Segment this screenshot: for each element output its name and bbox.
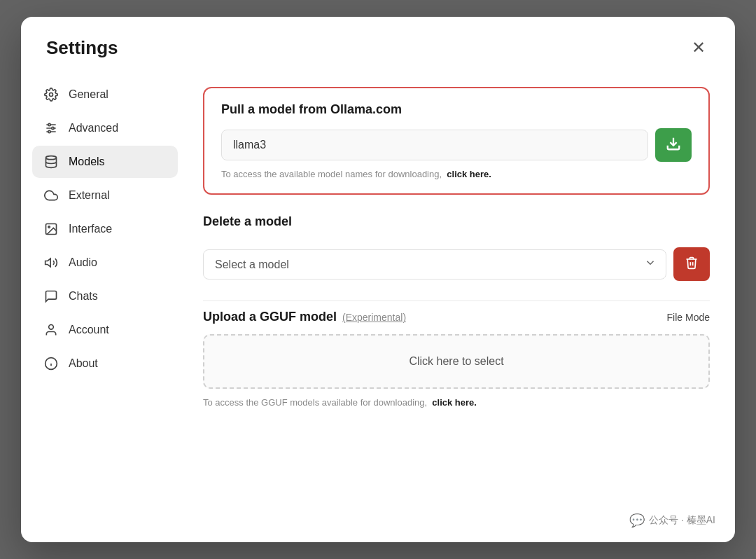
file-mode-button[interactable]: File Mode <box>667 312 710 323</box>
sidebar-item-models[interactable]: Models <box>32 146 178 178</box>
section-divider <box>203 301 710 301</box>
upload-gguf-hint-prefix: To access the GGUF models available for … <box>203 397 427 408</box>
download-icon <box>666 136 681 155</box>
gear-icon <box>43 87 59 102</box>
model-name-input[interactable] <box>221 130 648 160</box>
sidebar-item-account[interactable]: Account <box>32 314 178 346</box>
sidebar: General Advanced <box>21 73 189 542</box>
pull-model-title: Pull a model from Ollama.com <box>221 102 692 117</box>
modal-header: Settings ✕ <box>21 17 735 73</box>
close-icon: ✕ <box>692 38 706 57</box>
sidebar-item-interface-label: Interface <box>69 223 112 235</box>
model-select-wrapper: Select a model <box>203 249 666 280</box>
svg-point-0 <box>50 93 53 97</box>
settings-modal: Settings ✕ General <box>21 17 735 542</box>
pull-model-hint: To access the available model names for … <box>221 169 692 179</box>
sidebar-item-models-label: Models <box>69 156 105 168</box>
image-icon <box>43 221 59 237</box>
info-icon <box>43 356 59 371</box>
svg-point-5 <box>52 127 54 129</box>
sidebar-item-chats[interactable]: Chats <box>32 280 178 312</box>
person-icon <box>43 322 59 338</box>
watermark-text: 公众号 · 榛墨AI <box>649 514 715 527</box>
sidebar-item-about-label: About <box>69 357 98 370</box>
upload-gguf-title: Upload a GGUF model <box>203 310 337 324</box>
upload-header: Upload a GGUF model (Experimental) File … <box>203 310 710 324</box>
sidebar-item-general-label: General <box>69 88 108 101</box>
upload-zone-label: Click here to select <box>409 355 503 367</box>
upload-zone[interactable]: Click here to select <box>203 334 710 389</box>
experimental-badge[interactable]: (Experimental) <box>342 312 406 323</box>
sidebar-item-audio[interactable]: Audio <box>32 247 178 279</box>
upload-gguf-hint: To access the GGUF models available for … <box>203 397 710 408</box>
pull-model-hint-link[interactable]: click here. <box>447 169 491 179</box>
sidebar-item-account-label: Account <box>69 324 109 336</box>
pull-model-input-row <box>221 128 692 162</box>
sidebar-item-external[interactable]: External <box>32 179 178 212</box>
watermark: 💬 公众号 · 榛墨AI <box>629 513 715 528</box>
svg-point-11 <box>49 325 54 330</box>
trash-icon <box>685 256 699 273</box>
speaker-icon <box>43 255 59 270</box>
upload-gguf-section: Upload a GGUF model (Experimental) File … <box>203 310 710 408</box>
sidebar-item-chats-label: Chats <box>69 290 98 303</box>
sidebar-item-general[interactable]: General <box>32 78 178 111</box>
svg-point-4 <box>48 123 50 125</box>
svg-point-7 <box>46 156 57 160</box>
main-content: Pull a model from Ollama.com <box>189 73 735 542</box>
delete-model-section: Delete a model Select a model <box>203 214 710 281</box>
svg-marker-10 <box>46 258 51 267</box>
sidebar-item-about[interactable]: About <box>32 347 178 380</box>
chat-icon <box>43 289 59 304</box>
sliders-icon <box>43 120 59 136</box>
cloud-icon <box>43 188 59 203</box>
sidebar-item-advanced-label: Advanced <box>69 122 118 134</box>
upload-gguf-hint-link[interactable]: click here. <box>432 397 477 408</box>
sidebar-item-advanced[interactable]: Advanced <box>32 112 178 144</box>
sidebar-item-external-label: External <box>69 189 110 202</box>
upload-title-row: Upload a GGUF model (Experimental) <box>203 310 406 324</box>
close-button[interactable]: ✕ <box>687 36 710 59</box>
svg-point-6 <box>48 130 50 132</box>
database-icon <box>43 154 59 170</box>
delete-model-title: Delete a model <box>203 214 710 229</box>
modal-body: General Advanced <box>21 73 735 542</box>
sidebar-item-audio-label: Audio <box>69 256 97 269</box>
sidebar-item-interface[interactable]: Interface <box>32 213 178 245</box>
delete-model-row: Select a model <box>203 240 710 281</box>
modal-title: Settings <box>46 37 118 59</box>
model-select[interactable]: Select a model <box>203 249 666 280</box>
download-model-button[interactable] <box>655 128 692 162</box>
watermark-icon: 💬 <box>629 513 645 528</box>
pull-model-section: Pull a model from Ollama.com <box>203 87 710 195</box>
pull-model-hint-prefix: To access the available model names for … <box>221 169 442 179</box>
delete-model-button[interactable] <box>673 247 710 281</box>
svg-point-9 <box>48 226 50 228</box>
